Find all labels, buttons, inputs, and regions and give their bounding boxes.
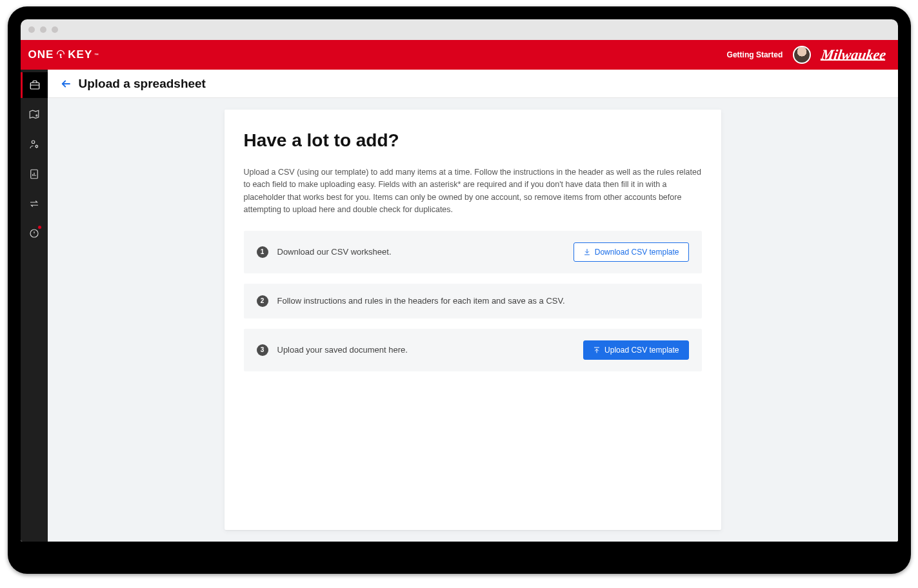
step-number-badge: 1 (257, 246, 268, 258)
transfer-icon (28, 198, 40, 210)
sidebar-item-inventory[interactable] (21, 72, 48, 98)
app-logo[interactable]: ONE KEY ™ (28, 48, 100, 61)
card-heading: Have a lot to add? (244, 130, 702, 151)
arrow-left-icon (59, 78, 72, 90)
traffic-dot (40, 26, 46, 33)
trademark: ™ (94, 53, 99, 57)
page-title: Upload a spreadsheet (79, 77, 206, 91)
map-shield-icon (28, 109, 40, 121)
app-shell: ONE KEY ™ Getting Started (21, 40, 898, 542)
step-row-1: 1 Download our CSV worksheet. Download C… (244, 231, 702, 273)
button-label: Download CSV template (595, 248, 679, 257)
sidebar-item-transfers[interactable] (21, 191, 48, 217)
content-area: Have a lot to add? Upload a CSV (using o… (48, 98, 898, 542)
browser-traffic-lights (21, 19, 898, 40)
key-icon (55, 49, 66, 61)
upload-icon (593, 346, 601, 354)
step-text: Follow instructions and rules in the hea… (277, 296, 689, 306)
page-header: Upload a spreadsheet (48, 70, 898, 98)
brand-logo[interactable]: Milwaukee (821, 48, 887, 62)
sidebar (21, 70, 48, 542)
person-gear-icon (28, 139, 40, 150)
download-csv-template-button[interactable]: Download CSV template (574, 242, 689, 262)
content-column: Upload a spreadsheet Have a lot to add? … (48, 70, 898, 542)
logo-text-right: KEY (68, 48, 92, 61)
header-right: Getting Started Milwaukee (727, 46, 886, 64)
sidebar-item-people[interactable] (21, 132, 48, 157)
upload-card: Have a lot to add? Upload a CSV (using o… (225, 110, 721, 530)
sidebar-item-places[interactable] (21, 102, 48, 128)
download-icon (583, 248, 591, 256)
svg-rect-3 (30, 83, 39, 89)
upload-csv-template-button[interactable]: Upload CSV template (583, 340, 688, 360)
button-label: Upload CSV template (604, 346, 679, 355)
step-number-badge: 3 (257, 344, 268, 356)
step-number-badge: 2 (257, 295, 268, 307)
briefcase-icon (29, 79, 41, 91)
step-text: Download our CSV worksheet. (277, 247, 564, 257)
traffic-dot (28, 26, 35, 33)
step-row-3: 3 Upload your saved document here. Uploa… (244, 329, 702, 371)
body-row: Upload a spreadsheet Have a lot to add? … (21, 70, 898, 542)
notification-dot (38, 226, 41, 229)
alert-clock-icon (28, 228, 40, 239)
step-text: Upload your saved document here. (277, 345, 575, 355)
step-row-2: 2 Follow instructions and rules in the h… (244, 284, 702, 318)
getting-started-link[interactable]: Getting Started (727, 50, 783, 59)
top-header: ONE KEY ™ Getting Started (21, 40, 898, 70)
device-frame: ONE KEY ™ Getting Started (8, 6, 911, 574)
svg-point-4 (32, 141, 35, 144)
browser-chrome: ONE KEY ™ Getting Started (21, 19, 898, 542)
logo-text-left: ONE (28, 48, 54, 61)
report-icon (28, 168, 40, 180)
svg-rect-2 (61, 57, 63, 57)
sidebar-item-reports[interactable] (21, 161, 48, 187)
card-description: Upload a CSV (using our template) to add… (244, 166, 702, 217)
traffic-dot (52, 26, 58, 33)
user-avatar[interactable] (793, 46, 811, 64)
back-arrow[interactable] (59, 78, 72, 90)
sidebar-item-alerts[interactable] (21, 220, 48, 246)
